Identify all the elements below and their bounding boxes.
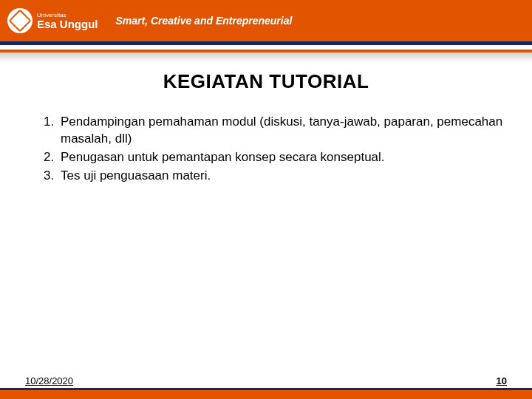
slide-footer: 10/28/2020 10	[0, 375, 532, 399]
logo-block: Universitas Esa Unggul	[0, 0, 98, 41]
slide-header: Universitas Esa Unggul Smart, Creative a…	[0, 0, 532, 41]
list-item: Pendampingan pemahaman modul (diskusi, t…	[58, 114, 510, 148]
bullet-list: Pendampingan pemahaman modul (diskusi, t…	[22, 114, 510, 185]
footer-meta: 10/28/2020 10	[0, 375, 532, 388]
list-item: Penugasan untuk pemantapan konsep secara…	[58, 149, 510, 166]
footer-date: 10/28/2020	[25, 375, 73, 386]
footer-page-number: 10	[497, 375, 507, 386]
slide-title: KEGIATAN TUTORIAL	[22, 70, 510, 93]
logo-text: Universitas Esa Unggul	[37, 13, 98, 30]
slide-content: KEGIATAN TUTORIAL Pendampingan pemahaman…	[0, 63, 532, 185]
list-item: Tes uji penguasaan materi.	[58, 168, 510, 185]
logo-big-text: Esa Unggul	[37, 18, 98, 30]
header-divider	[0, 41, 532, 63]
header-tagline: Smart, Creative and Entrepreneurial	[116, 15, 293, 27]
logo-emblem-icon	[7, 8, 33, 33]
